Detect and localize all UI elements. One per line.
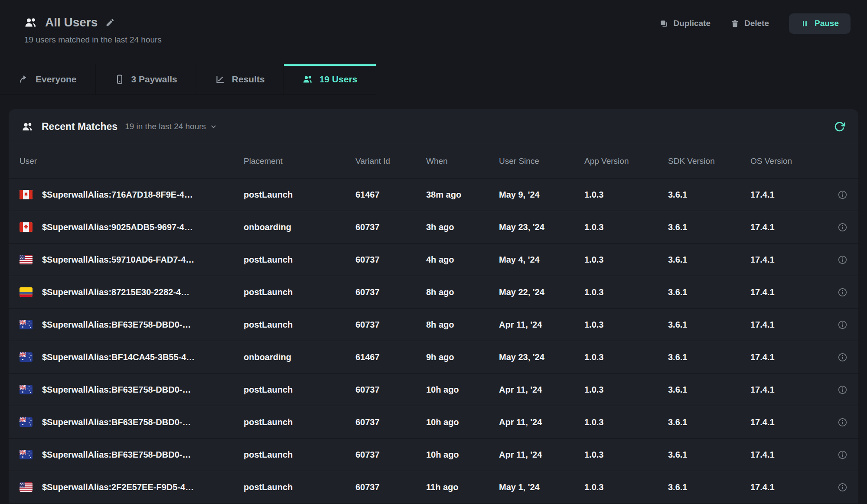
user-since-value: May 4, '24 <box>499 255 584 265</box>
chart-icon <box>215 74 225 85</box>
user-alias: $SuperwallAlias:BF63E758-DBD0-… <box>42 450 191 460</box>
placement-value: postLaunch <box>244 417 355 427</box>
card-header: Recent Matches 19 in the last 24 hours <box>9 109 858 144</box>
app-version-value: 1.0.3 <box>584 190 668 200</box>
recent-matches-card: Recent Matches 19 in the last 24 hours U… <box>9 109 858 504</box>
refresh-button[interactable] <box>834 121 845 133</box>
app-version-value: 1.0.3 <box>584 287 668 297</box>
user-alias: $SuperwallAlias:2F2E57EE-F9D5-4… <box>42 482 194 492</box>
when-value: 10h ago <box>426 417 499 427</box>
sdk-version-value: 3.6.1 <box>668 222 750 232</box>
trash-icon <box>730 19 740 28</box>
au-flag-icon <box>20 450 33 459</box>
matches-filter-dropdown[interactable]: 19 in the last 24 hours <box>125 122 217 131</box>
user-since-value: Apr 11, '24 <box>499 450 584 460</box>
sdk-version-value: 3.6.1 <box>668 385 750 395</box>
placement-value: postLaunch <box>244 255 355 265</box>
user-alias: $SuperwallAlias:BF14CA45-3B55-4… <box>42 352 195 362</box>
info-icon[interactable] <box>838 190 847 200</box>
table-row[interactable]: $SuperwallAlias:87215E30-2282-4… postLau… <box>9 276 858 309</box>
user-alias: $SuperwallAlias:9025ADB5-9697-4… <box>42 222 193 232</box>
chevron-down-icon <box>210 123 217 130</box>
user-alias: $SuperwallAlias:59710AD6-FAD7-4… <box>42 255 194 265</box>
table-row[interactable]: $SuperwallAlias:9025ADB5-9697-4… onboard… <box>9 211 858 244</box>
user-alias: $SuperwallAlias:716A7D18-8F9E-4… <box>42 190 193 200</box>
placement-value: postLaunch <box>244 450 355 460</box>
info-icon[interactable] <box>838 385 847 395</box>
info-icon[interactable] <box>838 222 847 232</box>
user-alias: $SuperwallAlias:BF63E758-DBD0-… <box>42 320 191 330</box>
user-since-value: May 1, '24 <box>499 482 584 492</box>
co-flag-icon <box>20 287 33 297</box>
delete-button[interactable]: Delete <box>730 19 769 28</box>
info-icon[interactable] <box>838 320 847 330</box>
info-icon[interactable] <box>838 450 847 460</box>
ca-flag-icon <box>20 190 33 199</box>
user-since-value: May 23, '24 <box>499 352 584 362</box>
tab-users[interactable]: 19 Users <box>284 64 377 95</box>
refresh-icon <box>834 121 845 133</box>
edit-title-icon[interactable] <box>105 18 115 27</box>
placement-value: postLaunch <box>244 287 355 297</box>
table-row[interactable]: $SuperwallAlias:BF63E758-DBD0-… postLaun… <box>9 406 858 439</box>
us-flag-icon <box>20 255 33 264</box>
variant-id-value: 60737 <box>355 222 426 232</box>
app-version-value: 1.0.3 <box>584 450 668 460</box>
info-icon[interactable] <box>838 287 847 297</box>
table-row[interactable]: $SuperwallAlias:59710AD6-FAD7-4… postLau… <box>9 244 858 276</box>
tab-paywalls[interactable]: 3 Paywalls <box>96 64 196 95</box>
info-icon[interactable] <box>838 482 847 492</box>
table-body: $SuperwallAlias:716A7D18-8F9E-4… postLau… <box>9 179 858 504</box>
column-header-app-version: App Version <box>584 156 668 166</box>
sdk-version-value: 3.6.1 <box>668 482 750 492</box>
info-icon[interactable] <box>838 417 847 427</box>
when-value: 8h ago <box>426 320 499 330</box>
variant-id-value: 60737 <box>355 255 426 265</box>
info-icon[interactable] <box>838 352 847 362</box>
variant-id-value: 60737 <box>355 320 426 330</box>
page-header: All Users 19 users matched in the last 2… <box>0 0 867 64</box>
au-flag-icon <box>20 385 33 394</box>
table-row[interactable]: $SuperwallAlias:2F2E57EE-F9D5-4… postLau… <box>9 471 858 504</box>
app-version-value: 1.0.3 <box>584 385 668 395</box>
sdk-version-value: 3.6.1 <box>668 450 750 460</box>
table-header-row: UserPlacementVariant IdWhenUser SinceApp… <box>9 144 858 179</box>
table-row[interactable]: $SuperwallAlias:BF63E758-DBD0-… postLaun… <box>9 374 858 406</box>
user-since-value: May 22, '24 <box>499 287 584 297</box>
variant-id-value: 60737 <box>355 287 426 297</box>
variant-id-value: 61467 <box>355 190 426 200</box>
variant-id-value: 60737 <box>355 417 426 427</box>
duplicate-button[interactable]: Duplicate <box>659 19 711 28</box>
tab-bar: Everyone 3 Paywalls Results 19 Users <box>0 64 867 95</box>
os-version-value: 17.4.1 <box>750 287 824 297</box>
when-value: 10h ago <box>426 385 499 395</box>
variant-id-value: 60737 <box>355 450 426 460</box>
when-value: 10h ago <box>426 450 499 460</box>
user-since-value: May 23, '24 <box>499 222 584 232</box>
app-version-value: 1.0.3 <box>584 320 668 330</box>
pause-button[interactable]: Pause <box>789 13 851 34</box>
os-version-value: 17.4.1 <box>750 482 824 492</box>
placement-value: onboarding <box>244 222 355 232</box>
sdk-version-value: 3.6.1 <box>668 320 750 330</box>
when-value: 11h ago <box>426 482 499 492</box>
tab-everyone[interactable]: Everyone <box>0 64 96 95</box>
user-alias: $SuperwallAlias:BF63E758-DBD0-… <box>42 385 191 395</box>
info-icon[interactable] <box>838 255 847 265</box>
tab-results[interactable]: Results <box>196 64 284 95</box>
placement-value: postLaunch <box>244 385 355 395</box>
table-row[interactable]: $SuperwallAlias:BF63E758-DBD0-… postLaun… <box>9 309 858 341</box>
os-version-value: 17.4.1 <box>750 255 824 265</box>
when-value: 38m ago <box>426 190 499 200</box>
os-version-value: 17.4.1 <box>750 222 824 232</box>
table-row[interactable]: $SuperwallAlias:716A7D18-8F9E-4… postLau… <box>9 179 858 211</box>
users-icon <box>24 16 37 29</box>
app-version-value: 1.0.3 <box>584 352 668 362</box>
column-header-sdk-version: SDK Version <box>668 156 750 166</box>
placement-value: postLaunch <box>244 320 355 330</box>
table-row[interactable]: $SuperwallAlias:BF14CA45-3B55-4… onboard… <box>9 341 858 374</box>
user-since-value: May 9, '24 <box>499 190 584 200</box>
variant-id-value: 61467 <box>355 352 426 362</box>
table-row[interactable]: $SuperwallAlias:BF63E758-DBD0-… postLaun… <box>9 439 858 471</box>
ca-flag-icon <box>20 222 33 232</box>
